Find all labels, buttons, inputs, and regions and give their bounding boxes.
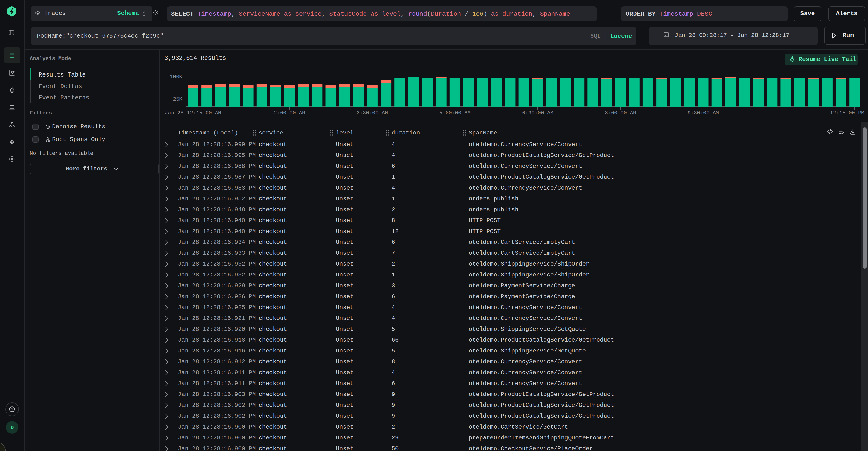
svg-text:100K: 100K [170, 74, 182, 80]
svg-text:6:30:00 AM: 6:30:00 AM [522, 110, 553, 116]
svg-text:25K: 25K [173, 96, 182, 102]
svg-text:5:00:00 AM: 5:00:00 AM [439, 110, 471, 116]
svg-text:9:30:00 AM: 9:30:00 AM [687, 110, 719, 116]
svg-text:2:00:00 AM: 2:00:00 AM [274, 110, 305, 116]
svg-text:8:00:00 AM: 8:00:00 AM [605, 110, 636, 116]
svg-text:3:30:00 AM: 3:30:00 AM [356, 110, 388, 116]
svg-text:Jan 28 12:15:00 AM: Jan 28 12:15:00 AM [165, 110, 221, 116]
svg-text:12:15:00 PM: 12:15:00 PM [830, 110, 864, 116]
